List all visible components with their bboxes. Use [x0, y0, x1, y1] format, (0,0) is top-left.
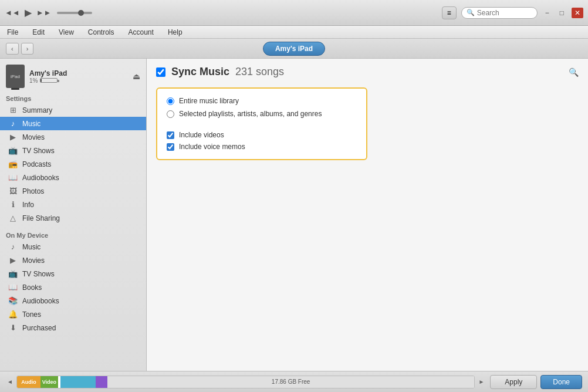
list-view-button[interactable]: ≡ [442, 6, 457, 19]
device-header: iPad Amy's iPad 1% ⏏ [0, 61, 146, 90]
scroll-right-button[interactable]: ► [477, 377, 485, 386]
entire-library-radio[interactable] [167, 97, 174, 105]
ondevice-audiobooks-icon: 📚 [8, 296, 18, 305]
app-window: ◄◄ ▶ ►► ≡ 🔍 − □ ✕ File Edit View Control… [0, 0, 588, 392]
selected-playlists-option[interactable]: Selected playlists, artists, albums, and… [167, 110, 357, 118]
storage-bar: Audio Video 17.86 GB Free [16, 376, 475, 388]
back-button[interactable]: ‹ [6, 43, 19, 55]
next-button[interactable]: ►► [36, 8, 52, 17]
menubar: File Edit View Controls Account Help [0, 26, 588, 39]
eject-button[interactable]: ⏏ [133, 72, 140, 81]
maximize-button[interactable]: □ [557, 8, 567, 18]
sidebar-item-filesharing[interactable]: △ File Sharing [0, 211, 146, 225]
settings-label: Settings [0, 93, 146, 103]
battery-percent: 1% [29, 77, 38, 84]
music-icon: ♪ [8, 119, 18, 128]
ondevice-purchased-icon: ⬇ [8, 323, 18, 332]
sidebar-item-summary[interactable]: ⊞ Summary [0, 103, 146, 117]
sidebar-item-ondevice-books[interactable]: 📖 Books [0, 281, 146, 294]
device-name: Amy's iPad [29, 69, 67, 77]
prev-button[interactable]: ◄◄ [5, 8, 20, 17]
menu-file[interactable]: File [5, 27, 21, 38]
device-info: iPad Amy's iPad 1% [6, 65, 67, 88]
titlebar: ◄◄ ▶ ►► ≡ 🔍 − □ ✕ [0, 0, 588, 26]
audio-segment: Audio [17, 376, 40, 388]
scroll-left-button[interactable]: ◄ [6, 377, 14, 386]
ondevice-tones-icon: 🔔 [8, 310, 18, 319]
entire-library-label[interactable]: Entire music library [179, 97, 239, 105]
content-search-icon[interactable]: 🔍 [569, 67, 579, 77]
close-button[interactable]: ✕ [572, 8, 583, 18]
ondevice-movies-icon: ▶ [8, 256, 18, 265]
sidebar-item-ondevice-music[interactable]: ♪ Music [0, 240, 146, 254]
statusbar: ◄ Audio Video 17.86 GB Free ► Apply Done [0, 371, 588, 392]
sidebar-item-audiobooks[interactable]: 📖 Audiobooks [0, 171, 146, 184]
podcasts-icon: 📻 [8, 160, 18, 168]
sync-header: Sync Music 231 songs 🔍 [156, 66, 579, 78]
sync-title: Sync Music [171, 66, 229, 78]
volume-thumb [78, 10, 84, 16]
include-voice-memos-option[interactable]: Include voice memos [167, 143, 357, 151]
other-segment-3 [96, 376, 107, 388]
main-content: Sync Music 231 songs 🔍 Entire music libr… [147, 59, 588, 371]
sidebar-item-movies[interactable]: ▶ Movies [0, 130, 146, 144]
settings-section: Settings ⊞ Summary ♪ Music ▶ Movies 📺 TV… [0, 90, 146, 227]
ondevice-music-icon: ♪ [8, 242, 18, 251]
titlebar-left: ◄◄ ▶ ►► [5, 7, 92, 18]
sidebar-item-ondevice-purchased[interactable]: ⬇ Purchased [0, 321, 146, 334]
sync-count: 231 songs [235, 66, 284, 78]
apply-button[interactable]: Apply [490, 375, 537, 389]
include-voice-memos-checkbox[interactable] [167, 143, 174, 151]
done-button[interactable]: Done [540, 375, 582, 389]
menu-edit[interactable]: Edit [30, 27, 47, 38]
sidebar-item-ondevice-tones[interactable]: 🔔 Tones [0, 307, 146, 321]
other-segment-2 [60, 376, 96, 388]
play-button[interactable]: ▶ [25, 7, 32, 18]
include-videos-checkbox[interactable] [167, 131, 174, 139]
device-details: Amy's iPad 1% [29, 69, 67, 84]
include-videos-option[interactable]: Include videos [167, 131, 357, 139]
content-area: iPad Amy's iPad 1% ⏏ [0, 59, 588, 371]
minimize-button[interactable]: − [542, 8, 552, 18]
forward-button[interactable]: › [21, 43, 34, 55]
selected-playlists-radio[interactable] [167, 110, 174, 118]
sync-checkbox[interactable] [156, 67, 165, 77]
sidebar-item-ondevice-tvshows[interactable]: 📺 TV Shows [0, 267, 146, 281]
storage-free-label: 17.86 GB Free [107, 376, 474, 388]
video-segment: Video [40, 376, 58, 388]
battery-bar [40, 78, 58, 83]
summary-icon: ⊞ [8, 106, 18, 114]
sidebar-item-music[interactable]: ♪ Music [0, 117, 146, 130]
movies-icon: ▶ [8, 133, 18, 141]
navbar: ‹ › Amy's iPad [0, 39, 588, 59]
sidebar-item-ondevice-audiobooks[interactable]: 📚 Audiobooks [0, 294, 146, 307]
sidebar: iPad Amy's iPad 1% ⏏ [0, 59, 147, 371]
photos-icon: 🖼 [8, 187, 18, 195]
menu-controls[interactable]: Controls [86, 27, 117, 38]
menu-view[interactable]: View [56, 27, 76, 38]
sidebar-item-info[interactable]: ℹ Info [0, 198, 146, 211]
device-icon: iPad [6, 65, 25, 88]
ondevice-books-icon: 📖 [8, 283, 18, 292]
entire-library-option[interactable]: Entire music library [167, 97, 357, 105]
include-voice-memos-label[interactable]: Include voice memos [179, 143, 245, 151]
audiobooks-icon: 📖 [8, 173, 18, 182]
sidebar-item-photos[interactable]: 🖼 Photos [0, 184, 146, 198]
battery-row: 1% [29, 77, 67, 84]
device-tab[interactable]: Amy's iPad [263, 42, 325, 56]
search-box: 🔍 [461, 7, 538, 19]
search-input[interactable] [477, 9, 532, 17]
options-box: Entire music library Selected playlists,… [156, 87, 367, 160]
sidebar-item-podcasts[interactable]: 📻 Podcasts [0, 157, 146, 171]
sidebar-item-ondevice-movies[interactable]: ▶ Movies [0, 254, 146, 267]
volume-slider[interactable] [57, 12, 92, 14]
selected-playlists-label[interactable]: Selected playlists, artists, albums, and… [179, 110, 322, 118]
on-my-device-label: On My Device [0, 229, 146, 240]
sidebar-item-tvshows[interactable]: 📺 TV Shows [0, 144, 146, 157]
menu-account[interactable]: Account [126, 27, 156, 38]
include-videos-label[interactable]: Include videos [179, 131, 224, 139]
tvshows-icon: 📺 [8, 146, 18, 155]
info-icon: ℹ [8, 200, 18, 209]
menu-help[interactable]: Help [165, 27, 185, 38]
on-my-device-section: On My Device ♪ Music ▶ Movies 📺 TV Shows… [0, 227, 146, 337]
